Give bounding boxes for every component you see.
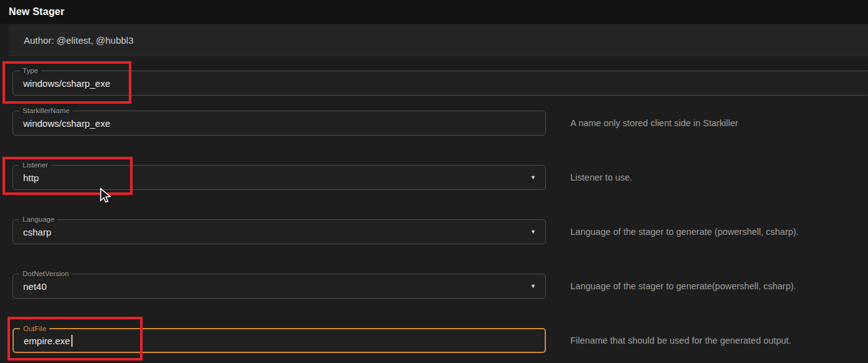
text-cursor: [71, 335, 73, 347]
outfile-value-text: empire.exe: [24, 336, 70, 346]
type-select[interactable]: Type windows/csharp_exe: [13, 71, 868, 96]
starkillername-value: windows/csharp_exe: [23, 111, 110, 135]
listener-value: http: [23, 166, 39, 189]
outfile-value: empire.exe: [24, 329, 73, 352]
chevron-down-icon[interactable]: ▼: [530, 220, 536, 244]
dotnetversion-helper: Language of the stager to generate(power…: [570, 274, 796, 299]
language-helper: Language of the stager to generate (powe…: [570, 219, 799, 244]
mouse-cursor-icon: [98, 187, 111, 206]
chevron-down-icon[interactable]: ▼: [530, 274, 536, 298]
author-panel: Author: @elitest, @hubbl3: [9, 25, 868, 56]
outfile-input[interactable]: OutFile empire.exe: [13, 328, 546, 353]
listener-helper: Listener to use.: [570, 165, 632, 190]
page-title: New Stager: [9, 6, 64, 17]
listener-select[interactable]: Listener http ▼: [13, 165, 546, 190]
dotnetversion-select[interactable]: DotNetVersion net40 ▼: [13, 274, 546, 299]
outfile-helper: Filename that should be used for the gen…: [570, 328, 791, 353]
starkillername-input[interactable]: StarkillerName windows/csharp_exe: [13, 111, 546, 136]
chevron-down-icon[interactable]: ▼: [530, 166, 536, 189]
dotnetversion-value: net40: [23, 274, 47, 298]
author-text: Author: @elitest, @hubbl3: [24, 25, 134, 56]
type-value: windows/csharp_exe: [23, 71, 110, 95]
language-value: csharp: [23, 220, 51, 244]
title-bar: [0, 0, 868, 24]
language-select[interactable]: Language csharp ▼: [13, 219, 546, 244]
starkillername-helper: A name only stored client side in Starki…: [570, 111, 738, 136]
